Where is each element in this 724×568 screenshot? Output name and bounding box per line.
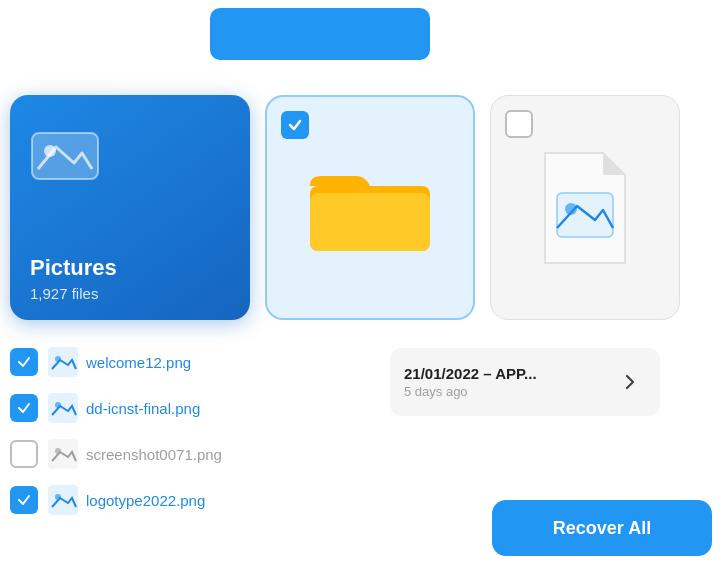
pictures-card-icon [30,125,100,185]
item-thumb-4 [48,485,78,515]
item-checkbox-2[interactable] [10,394,38,422]
list-item[interactable]: screenshot0071.png [10,432,380,476]
pictures-count: 1,927 files [30,285,98,302]
date-card[interactable]: 21/01/2022 – APP... 5 days ago [390,348,660,416]
file-checkbox[interactable] [505,110,533,138]
file-card[interactable] [490,95,680,320]
item-name-2: dd-icnst-final.png [86,400,200,417]
folder-icon [305,158,435,258]
list-item[interactable]: logotype2022.png [10,478,380,522]
recover-all-button[interactable]: Recover All [492,500,712,556]
pictures-label: Pictures [30,255,117,281]
item-checkbox-4[interactable] [10,486,38,514]
folder-checkbox[interactable] [281,111,309,139]
file-document-icon [535,148,635,268]
date-title: 21/01/2022 – APP... [404,365,537,382]
list-item[interactable]: dd-icnst-final.png [10,386,380,430]
list-area: welcome12.png dd-icnst-final.png screens… [10,340,380,524]
item-thumb-1 [48,347,78,377]
item-name-1: welcome12.png [86,354,191,371]
pictures-card[interactable]: Pictures 1,927 files [10,95,250,320]
date-info: 21/01/2022 – APP... 5 days ago [404,365,537,399]
date-subtitle: 5 days ago [404,384,537,399]
item-checkbox-1[interactable] [10,348,38,376]
item-name-3: screenshot0071.png [86,446,222,463]
item-name-4: logotype2022.png [86,492,205,509]
arrow-button[interactable] [614,366,646,398]
top-bar [210,8,430,60]
list-item[interactable]: welcome12.png [10,340,380,384]
item-thumb-2 [48,393,78,423]
folder-card[interactable] [265,95,475,320]
item-checkbox-3[interactable] [10,440,38,468]
item-thumb-3 [48,439,78,469]
svg-rect-4 [310,193,430,251]
